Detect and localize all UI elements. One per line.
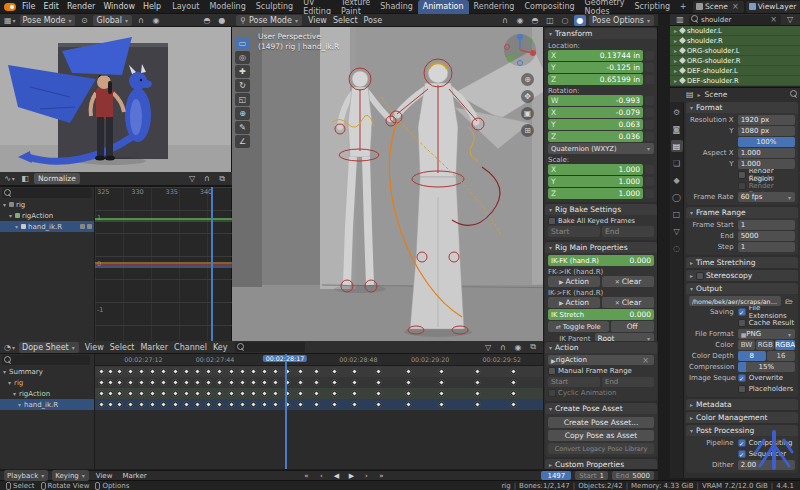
graph-editor-icon[interactable]: ∿▾ (4, 173, 16, 184)
lock-icon[interactable] (645, 63, 654, 72)
workspace-tab-modeling[interactable]: Modeling (204, 0, 250, 14)
frame-start-field[interactable]: 1 (738, 220, 795, 230)
properties-tab-tool[interactable]: ⚙ (671, 106, 683, 118)
resolution-y-field[interactable]: 1080 px (738, 126, 795, 136)
keying-dropdown[interactable]: Keying▾ (52, 470, 89, 481)
expand-icon[interactable]: ▾ (3, 368, 6, 375)
color-rgb-button[interactable]: RGB (756, 340, 774, 350)
graph-channel-rig[interactable]: ▾rig (0, 199, 94, 210)
jump-start-button[interactable]: « (300, 471, 313, 480)
viewport-3d[interactable]: User Perspective (1497) rig | hand_ik.R … (232, 27, 658, 341)
metadata-header[interactable]: ▸Metadata (686, 399, 798, 410)
mute-icon[interactable] (87, 224, 92, 229)
xray-icon[interactable]: ◫ (544, 15, 556, 26)
pose-asset-header[interactable]: ▾Create Pose Asset (545, 403, 657, 414)
graph-snap-icon[interactable]: ∩ (201, 173, 213, 184)
format-panel-header[interactable]: ▾Format (686, 102, 798, 113)
copy-pose-asset-button[interactable]: Copy Pose as Asset (548, 430, 654, 441)
lock-icon[interactable] (645, 51, 654, 60)
properties-tab-object[interactable]: □ (671, 208, 683, 220)
shading-solid-icon[interactable]: ● (574, 15, 586, 26)
create-pose-asset-button[interactable]: Create Pose Asset... (548, 417, 654, 428)
expand-icon[interactable]: ▸ (674, 77, 677, 84)
viewport-menu-pose[interactable]: Pose (361, 16, 386, 25)
tool-box-select[interactable]: ▭ (235, 37, 250, 50)
transform-pivot-icon[interactable]: ⊙ (78, 15, 90, 26)
cyclic-checkbox[interactable] (548, 389, 556, 397)
dope-sheet-mode-dropdown[interactable]: Dope Sheet▾ (19, 342, 79, 353)
rotation-w-field[interactable]: W-0.993 (548, 95, 643, 106)
outliner-display-mode-icon[interactable]: ▥ (674, 14, 686, 25)
search-icon[interactable] (790, 90, 798, 99)
rig-main-header[interactable]: ▾Rig Main Properties (545, 242, 657, 253)
menu-help[interactable]: Help (139, 2, 165, 11)
graph-playhead[interactable] (211, 187, 213, 342)
timeline-ruler[interactable]: 00:02:27:1200:02:27:4400:02:28:4800:02:2… (95, 354, 543, 366)
dope-menu-channel[interactable]: Channel (171, 343, 210, 352)
tool-annotate[interactable]: ✎ (235, 121, 250, 134)
expand-icon[interactable]: ▾ (15, 223, 18, 230)
graph-channel-rigaction[interactable]: ▾rigAction (0, 210, 94, 221)
outliner-filter-icon[interactable]: ▽ (784, 14, 796, 25)
crop-region-checkbox[interactable] (738, 182, 746, 190)
playhead[interactable] (285, 354, 287, 469)
stereoscopy-header[interactable]: ▸Stereoscopy (686, 270, 798, 281)
depth-16-button[interactable]: 16 (767, 351, 795, 361)
proportional-edit-icon[interactable]: ◉ (514, 15, 526, 26)
lock-icon[interactable] (645, 132, 654, 141)
scene-clear-icon[interactable]: × (730, 2, 741, 11)
menu-render[interactable]: Render (63, 2, 99, 11)
zoom-icon[interactable]: ⊕ (521, 73, 534, 86)
timeline-marker-menu[interactable]: Marker (119, 472, 149, 480)
graph-curve-area[interactable]: 325330335340 10-1 (95, 187, 232, 342)
timeline-view-menu[interactable]: View (93, 472, 116, 480)
outliner-row[interactable]: ▸shoulder.L (670, 26, 800, 36)
output-path-field[interactable]: /home/bek/aer/scraps/anim/rig tests/drag… (689, 296, 781, 306)
properties-tab-world[interactable]: ◯ (671, 191, 683, 203)
outliner-row[interactable]: ▸ORG-shoulder.L (670, 46, 800, 56)
transform-panel-header[interactable]: ▾Transform (545, 28, 657, 39)
pose-options-dropdown[interactable]: Pose Options▾ (589, 15, 654, 26)
current-frame-field[interactable]: 1497 (541, 471, 571, 480)
rotation-y-field[interactable]: Y0.063 (548, 119, 643, 130)
bake-all-checkbox[interactable] (548, 217, 556, 225)
keying-icon[interactable] (80, 224, 85, 229)
bake-start-field[interactable]: Start (548, 226, 600, 237)
lock-icon[interactable] (645, 75, 654, 84)
dope-sheet-search-box[interactable] (235, 342, 305, 352)
properties-tab-view-layer[interactable]: ❏ (671, 157, 683, 169)
outliner-row[interactable]: ▸DEF-shoulder.L (670, 66, 800, 76)
dope-menu-view[interactable]: View (82, 343, 107, 352)
lock-icon[interactable] (645, 177, 654, 186)
dope-copy-icon[interactable]: ⧉ (527, 342, 539, 353)
expand-icon[interactable]: ▸ (674, 27, 677, 34)
lock-icon[interactable] (645, 108, 654, 117)
dope-menu-select[interactable]: Select (107, 343, 138, 352)
shading-solid-icon[interactable]: ● (216, 15, 228, 26)
ortho-toggle-icon[interactable]: ⊞ (521, 124, 534, 137)
compression-slider[interactable]: 15% (738, 362, 795, 372)
workspace-tab-uv-editing[interactable]: UV Editing (298, 0, 336, 14)
rig-bake-header[interactable]: ▾Rig Bake Settings (545, 204, 657, 215)
sequencer-checkbox[interactable] (738, 450, 746, 458)
mode-dropdown[interactable]: ⚲Pose Mode▾ (236, 15, 302, 26)
workspace-tab-animation[interactable]: Animation (418, 0, 469, 14)
graph-channel-hand-ik-r[interactable]: ▾hand_ik.R (0, 221, 94, 232)
tool-scale[interactable]: ◱ (235, 93, 250, 106)
expand-icon[interactable]: ▸ (674, 37, 677, 44)
expand-icon[interactable]: ▸ (674, 67, 677, 74)
aspect-x-field[interactable]: 1.000 (738, 148, 795, 158)
frame-start-field[interactable]: Start1 (575, 471, 608, 480)
dope-sheet[interactable]: ▾Summary▾rig▾rigAction▾hand_ik.R 00:02:2… (0, 354, 543, 469)
outliner[interactable]: ▸shoulder.L▸shoulder.R▸ORG-shoulder.L▸OR… (670, 26, 800, 88)
workspace-tab-texture-paint[interactable]: Texture Paint (336, 0, 375, 14)
fk2ik-clear-button[interactable]: ✕Clear (602, 276, 654, 287)
menu-file[interactable]: File (18, 2, 39, 11)
depth-8-button[interactable]: 8 (738, 351, 766, 361)
action-name-field[interactable]: ▶rigAction× (548, 355, 654, 365)
workspace-tab-compositing[interactable]: Compositing (519, 0, 579, 14)
dope-channel-rig[interactable]: ▾rig (0, 377, 94, 388)
properties-tab-scene[interactable]: ◆ (671, 174, 683, 186)
toggle-pole-state[interactable]: Off (611, 321, 655, 332)
clear-search-icon[interactable]: × (768, 15, 779, 24)
